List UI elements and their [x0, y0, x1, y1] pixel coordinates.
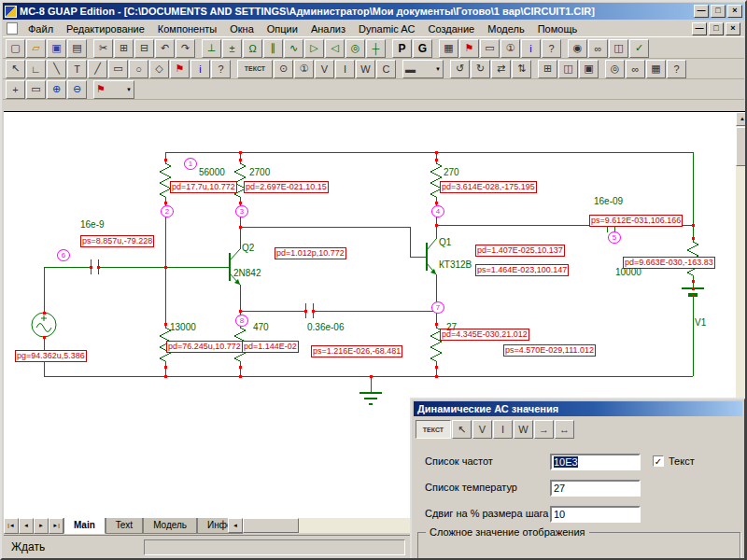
span-button[interactable]: ↔	[555, 420, 574, 439]
flag-button[interactable]: ⚑	[459, 39, 479, 58]
menu-item-6[interactable]: Анализ	[304, 22, 352, 35]
rotate-left-button[interactable]: ↺	[450, 60, 470, 78]
zoom-out-button[interactable]: ⊖	[67, 80, 87, 99]
vertical-scrollbar-thumb[interactable]	[736, 127, 747, 166]
app-icon[interactable]	[5, 6, 17, 18]
transistor-component-button[interactable]: ◁	[325, 39, 345, 58]
minimize-button[interactable]: —	[694, 5, 709, 18]
text-mode-button[interactable]: T	[67, 60, 87, 78]
grid-button[interactable]: ▦	[439, 39, 458, 58]
wire-component-button[interactable]: ┼	[366, 39, 386, 58]
resistor-component-button[interactable]: Ω	[243, 39, 262, 58]
menu-item-2[interactable]: Редактирование	[60, 22, 151, 35]
menu-item-9[interactable]: Модель	[481, 22, 530, 35]
zoom-in-button[interactable]: ⊕	[47, 80, 66, 99]
mdi-minimize-button[interactable]: —	[692, 22, 707, 35]
ellipse-mode-button[interactable]: ○	[129, 60, 148, 78]
menu-item-1[interactable]: Файл	[21, 22, 60, 35]
check-button[interactable]: ✓	[629, 39, 649, 58]
flip-vertical-button[interactable]: ⇅	[512, 60, 531, 78]
open-file-button[interactable]: ▱	[26, 39, 46, 58]
document-icon[interactable]	[7, 22, 18, 35]
print-button[interactable]: ▤	[67, 39, 87, 58]
line-mode-button[interactable]: ╱	[88, 60, 107, 78]
tab-text[interactable]: Text	[106, 518, 143, 534]
grid-toggle-button[interactable]: ▦	[646, 60, 666, 78]
show-node-numbers-button[interactable]: ①	[294, 60, 314, 78]
menu-item-7[interactable]: Dynamic AC	[352, 22, 422, 35]
menu-item-4[interactable]: Окна	[223, 22, 261, 35]
temperature-list-input[interactable]: 27	[550, 480, 641, 497]
info-mode-button[interactable]: i	[190, 60, 210, 78]
horizontal-scrollbar-thumb[interactable]	[243, 518, 299, 533]
last-page-button[interactable]: ►|	[49, 518, 63, 534]
show-conditions-button[interactable]: C	[376, 60, 396, 78]
mirror-button[interactable]: ◫	[558, 60, 578, 78]
polygon-mode-button[interactable]: ◇	[149, 60, 169, 78]
scroll-up-button[interactable]: ▲	[736, 112, 747, 126]
tab-model[interactable]: Модель	[143, 518, 197, 534]
probe-p-button[interactable]: P	[392, 39, 412, 58]
battery-component-button[interactable]: ±	[222, 39, 242, 58]
step-box-button[interactable]: ⊞	[538, 60, 557, 78]
shape-select-combo[interactable]: ▬▼	[402, 60, 444, 78]
menu-item-8[interactable]: Создание	[422, 22, 482, 35]
show-voltages-button[interactable]: V	[315, 60, 334, 78]
tab-main[interactable]: Main	[63, 518, 106, 534]
capacitor-component-button[interactable]: ∥	[263, 39, 283, 58]
show-currents-button[interactable]: I	[335, 60, 355, 78]
ground-component-button[interactable]: ⊥	[202, 39, 221, 58]
step-shift-input[interactable]: 10	[550, 506, 641, 523]
step-arrow-button[interactable]: →	[534, 420, 554, 439]
inductor-component-button[interactable]: ∿	[284, 39, 303, 58]
rotate-right-button[interactable]: ↻	[471, 60, 490, 78]
select-mode-button[interactable]: ↖	[6, 60, 25, 78]
undo-button[interactable]: ↶	[155, 39, 175, 58]
help-pointer-button[interactable]: ?	[667, 60, 686, 78]
mdi-close-button[interactable]: ×	[726, 22, 740, 35]
scroll-left-button[interactable]: ◄	[228, 518, 243, 533]
dialog-title-bar[interactable]: Динамические АС значения	[414, 401, 742, 416]
prev-page-button[interactable]: ◄	[19, 518, 34, 534]
menu-item-10[interactable]: Помощь	[531, 22, 585, 35]
tile-windows-button[interactable]: ◫	[609, 39, 628, 58]
close-button[interactable]: ×	[727, 5, 742, 18]
dlg-show-voltages-button[interactable]: V	[472, 420, 492, 439]
help-mode-button[interactable]: ?	[211, 60, 231, 78]
cut-button[interactable]: ✂	[93, 39, 113, 58]
view-combo[interactable]: ⚑▼	[93, 80, 134, 99]
select-probe-button[interactable]: ↖	[452, 420, 472, 439]
rectangle-mode-button[interactable]: ▭	[108, 60, 128, 78]
flag-mode-button[interactable]: ⚑	[170, 60, 190, 78]
zoom-box-button[interactable]: +	[6, 80, 25, 99]
frequency-list-input[interactable]: 10E3	[550, 454, 641, 470]
wire-mode-button[interactable]: ∟	[26, 60, 46, 78]
help-button[interactable]: ?	[542, 39, 561, 58]
save-file-button[interactable]: ▣	[47, 39, 66, 58]
search-button[interactable]: ◉	[568, 39, 587, 58]
mdi-restore-button[interactable]: □	[709, 22, 724, 35]
flip-horizontal-button[interactable]: ⇄	[491, 60, 511, 78]
pin-connection-button[interactable]: ⊙	[274, 60, 293, 78]
border-button[interactable]: ▭	[480, 39, 500, 58]
find-part-button[interactable]: ◎	[605, 60, 625, 78]
pan-button[interactable]: ▭	[26, 80, 46, 99]
maximize-button[interactable]: □	[711, 5, 726, 18]
source-component-button[interactable]: ◎	[345, 39, 365, 58]
first-page-button[interactable]: |◄	[4, 518, 19, 534]
node-numbers-button[interactable]: ①	[500, 39, 520, 58]
text-label-button[interactable]: ТЕКСТ	[237, 60, 273, 78]
new-file-button[interactable]: ▢	[6, 39, 25, 58]
dlg-show-power-button[interactable]: W	[514, 420, 533, 439]
probe-g-button[interactable]: G	[413, 39, 432, 58]
menu-item-3[interactable]: Компоненты	[151, 22, 223, 35]
diagonal-wire-mode-button[interactable]: ╲	[47, 60, 66, 78]
copy-button[interactable]: ⊞	[114, 39, 134, 58]
find-binoculars-button[interactable]: ∞	[626, 60, 645, 78]
show-power-button[interactable]: W	[356, 60, 375, 78]
dlg-show-currents-button[interactable]: I	[493, 420, 513, 439]
text-checkbox[interactable]: ✓	[653, 455, 664, 467]
text-values-button[interactable]: ТЕКСТ	[416, 420, 451, 439]
title-bar[interactable]: MC-8 GUAP Edition - [C:\DOCUMENTS AND SE…	[3, 3, 744, 20]
info-button[interactable]: i	[521, 39, 541, 58]
